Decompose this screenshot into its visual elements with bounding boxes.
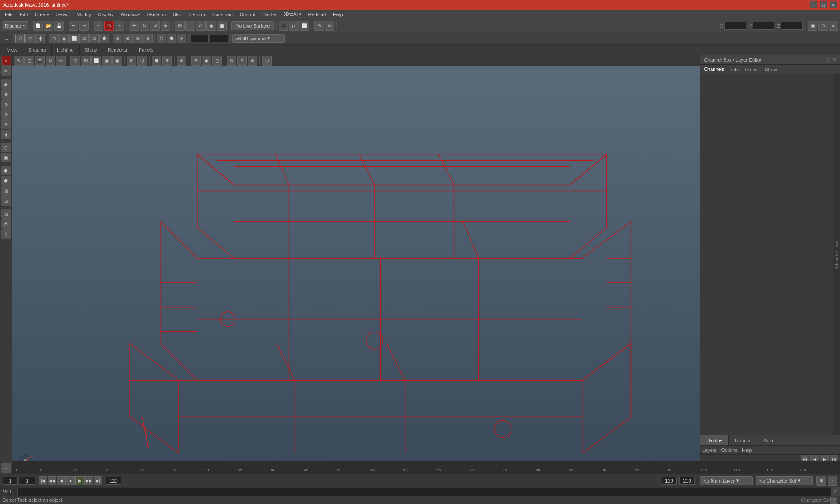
menu-select[interactable]: Select (53, 11, 73, 18)
vp-resolution-btn[interactable]: ⬟ (152, 56, 161, 66)
left-tool-14[interactable]: ⊟ (1, 196, 11, 206)
play-back-btn[interactable]: ◀ (57, 476, 66, 485)
command-input[interactable] (18, 488, 831, 496)
cb-float-btn[interactable]: ⬡ (826, 57, 831, 63)
vp-snap-btn[interactable]: ⊕ (162, 56, 172, 66)
menu-help[interactable]: Help (330, 11, 346, 18)
save-btn[interactable]: 💾 (54, 21, 64, 31)
component-mode-btn[interactable]: ⬡ (15, 34, 25, 43)
sub-tool-1[interactable]: ◻ (49, 34, 59, 43)
attr-editor-toggle-btn[interactable]: ⊡ (818, 21, 828, 31)
vp-cam-btn[interactable]: 📷 (35, 56, 45, 66)
render-region-btn[interactable]: ⬜ (300, 21, 309, 31)
vp-select2-btn[interactable]: ◻ (212, 56, 222, 66)
menu-edit[interactable]: Edit (17, 11, 31, 18)
sub-tool-11[interactable]: ⬡ (157, 34, 166, 43)
no-anim-layer-dropdown[interactable]: No Anim Layer ▾ (700, 476, 752, 485)
redo-btn[interactable]: ↪ (79, 21, 89, 31)
snap-curve-btn[interactable]: ⌒ (186, 21, 195, 31)
vp-iso-btn[interactable]: ⊡ (70, 56, 80, 66)
go-end-btn[interactable]: ▶| (94, 476, 102, 485)
menu-constrain[interactable]: Constrain (209, 11, 236, 18)
menu-modify[interactable]: Modify (74, 11, 94, 18)
vp-hud-btn[interactable]: ⊖ (191, 56, 201, 66)
vp-scale-btn[interactable]: ⇔ (56, 56, 66, 66)
tab-shading[interactable]: Shading (23, 45, 52, 55)
menu-windows[interactable]: Windows (118, 11, 144, 18)
cb-close-btn[interactable]: ✕ (833, 57, 836, 63)
outliner-toggle-btn[interactable]: ≡ (829, 21, 838, 31)
menu-file[interactable]: File (2, 11, 16, 18)
sub-tool-2[interactable]: ▣ (59, 34, 69, 43)
gamma-dropdown[interactable]: sRGB gamma ▾ (232, 34, 285, 43)
no-live-surface-btn[interactable]: No Live Surface (231, 21, 273, 30)
undo-btn[interactable]: ↩ (69, 21, 78, 31)
sub-tool-3[interactable]: ⬜ (69, 34, 79, 43)
menu-create[interactable]: Create (32, 11, 52, 18)
menu-redshift[interactable]: Redshift (305, 11, 329, 18)
snap-live-btn[interactable]: ⬤ (217, 21, 227, 31)
soft-select-btn[interactable]: ⊜ (325, 21, 334, 31)
play-fwd-btn[interactable]: ▶ (75, 476, 84, 485)
paint-select-btn[interactable]: ⌖ (115, 21, 124, 31)
timeline-wrapper[interactable]: 1 5 10 15 20 25 30 35 40 45 50 55 60 65 … (12, 461, 840, 474)
vp-frame-btn[interactable]: ⊘ (237, 56, 247, 66)
close-button[interactable]: ✕ (830, 1, 836, 8)
tab-renderer[interactable]: Renderer (102, 45, 133, 55)
viewport-canvas[interactable]: .wire { stroke: #cc1111; stroke-width: 1… (12, 66, 700, 474)
snap-grid-btn[interactable]: ⊞ (175, 21, 185, 31)
menu-cache[interactable]: Cache (259, 11, 279, 18)
vp-light-btn[interactable]: ◉ (112, 56, 122, 66)
stop-btn[interactable]: ■ (66, 476, 75, 485)
left-tool-17[interactable]: ⇳ (1, 229, 11, 239)
left-tool-4[interactable]: ⊕ (1, 89, 11, 99)
sub-tool-6[interactable]: ⬟ (99, 34, 109, 43)
options-tab[interactable]: Options (721, 448, 738, 453)
viewport-num2-input[interactable]: 1.00 (210, 35, 228, 42)
left-tool-5[interactable]: ⊙ (1, 99, 11, 109)
y-coord-input[interactable] (752, 22, 774, 30)
playback-start-input[interactable] (662, 477, 677, 485)
cb-tab-show[interactable]: Show (765, 66, 777, 73)
render-settings-btn[interactable]: ⬛ (279, 21, 288, 31)
layers-tab[interactable]: Layers (702, 448, 717, 453)
z-coord-input[interactable] (781, 22, 803, 30)
start-frame-input[interactable] (3, 477, 18, 485)
mode-selector[interactable]: Rigging ▾ (2, 21, 28, 30)
menu-control[interactable]: Control (237, 11, 258, 18)
vp-wire-btn[interactable]: ⊞ (81, 56, 91, 66)
sub-tool-5[interactable]: ⊡ (89, 34, 99, 43)
minimize-button[interactable]: ─ (810, 1, 817, 8)
step-fwd-btn[interactable]: ▶▶ (84, 476, 93, 485)
vp-frsel-btn[interactable]: ⊛ (248, 56, 257, 66)
vp-grid-btn[interactable]: ⊞ (127, 56, 136, 66)
vp-rot-btn[interactable]: ↻ (46, 56, 55, 66)
snap-point-btn[interactable]: ⊙ (196, 21, 206, 31)
sub-tool-4[interactable]: ⊞ (79, 34, 89, 43)
sub-tool-12[interactable]: ⬢ (167, 34, 176, 43)
vp-tex-btn[interactable]: ▣ (102, 56, 112, 66)
sub-tool-13[interactable]: ◈ (177, 34, 186, 43)
script-editor-btn[interactable]: ⊡ (831, 487, 840, 496)
tab-panels[interactable]: Panels (133, 45, 159, 55)
cb-tab-object[interactable]: Object (745, 66, 759, 73)
sub-tool-7[interactable]: ⊕ (113, 34, 122, 43)
menu-display[interactable]: Display (95, 11, 117, 18)
open-btn[interactable]: 📂 (44, 21, 53, 31)
left-tool-6[interactable]: ⊗ (1, 109, 11, 119)
hier-mode-btn[interactable]: ⧫ (35, 34, 45, 43)
menu-deform[interactable]: Deform (186, 11, 208, 18)
sub-tool-10[interactable]: ⊘ (143, 34, 153, 43)
left-tool-8[interactable]: ◈ (1, 130, 11, 139)
go-start-btn[interactable]: |◀ (38, 476, 47, 485)
tab-view[interactable]: View (2, 45, 23, 55)
tab-lighting[interactable]: Lighting (52, 45, 80, 55)
left-tool-9[interactable]: ⬡ (1, 143, 11, 152)
menu-3dtoall[interactable]: 3DtoAll▾ (280, 10, 304, 18)
rotate-btn[interactable]: ↻ (140, 21, 149, 31)
left-tool-16[interactable]: ⇱ (1, 219, 11, 229)
menu-skeleton[interactable]: Skeleton (144, 11, 169, 18)
select-mode-btn[interactable]: ↖ (1, 56, 11, 66)
render-btn[interactable]: ▷ (289, 21, 299, 31)
cb-tab-edit[interactable]: Edit (730, 66, 738, 73)
